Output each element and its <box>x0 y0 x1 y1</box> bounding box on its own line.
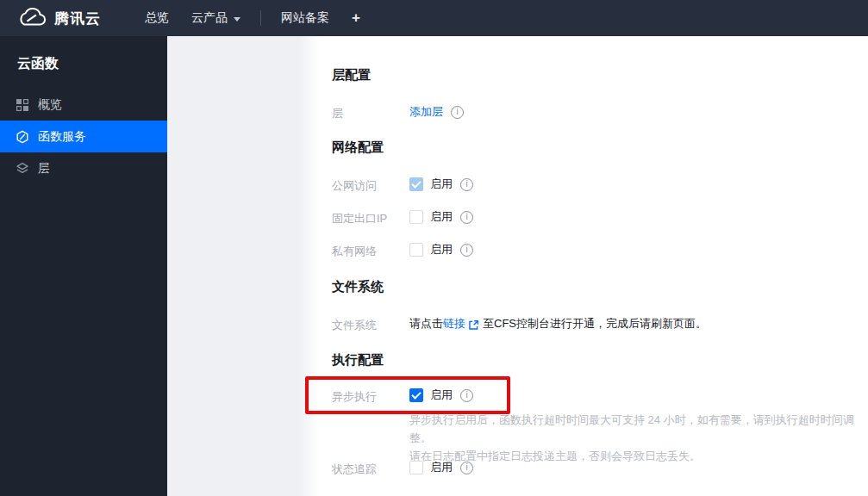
info-icon[interactable] <box>460 178 473 191</box>
enable-label: 启用 <box>430 460 453 475</box>
fixed-ip-label: 固定出口IP <box>332 211 387 226</box>
async-execution-checkbox[interactable] <box>409 388 423 402</box>
enable-label: 启用 <box>430 388 453 403</box>
function-icon <box>16 130 29 144</box>
public-access-value: 启用 <box>409 177 473 192</box>
vpc-checkbox[interactable] <box>409 243 423 257</box>
async-execution-label: 异步执行 <box>332 389 377 405</box>
nav-item-overview[interactable]: 总览 <box>134 0 180 36</box>
hint-line-2: 请在日志配置中指定日志投递主题，否则会导致日志丢失。 <box>409 447 868 465</box>
chevron-down-icon <box>234 17 240 22</box>
page: 腾讯云 总览 云产品 网站备案 + 云函数 <box>0 0 868 496</box>
nav-item-icp[interactable]: 网站备案 <box>270 0 340 36</box>
nav-item-products[interactable]: 云产品 <box>180 0 252 36</box>
nav-icp-label: 网站备案 <box>281 10 329 26</box>
grid-icon <box>16 98 29 112</box>
sidebar-item-label: 层 <box>38 161 50 177</box>
vpc-label: 私有网络 <box>332 244 377 259</box>
sidebar-item-layers[interactable]: 层 <box>0 152 167 184</box>
nav-overview-label: 总览 <box>145 10 169 26</box>
async-execution-hint: 异步执行启用后，函数执行超时时间最大可支持 24 小时，如有需要，请到执行超时时… <box>409 411 868 465</box>
async-execution-value: 启用 <box>409 388 473 403</box>
filesystem-text-before: 请点击 <box>409 316 443 332</box>
status-tracking-checkbox[interactable] <box>409 461 423 474</box>
info-icon[interactable] <box>460 211 473 224</box>
add-layer-link[interactable]: 添加层 <box>409 104 443 120</box>
secondary-panel <box>167 36 298 496</box>
enable-label: 启用 <box>430 177 453 192</box>
sidebar-item-label: 概览 <box>38 97 62 113</box>
filesystem-text-after: 至CFS控制台进行开通，完成后请刷新页面。 <box>483 316 707 332</box>
fixed-ip-checkbox[interactable] <box>409 210 423 224</box>
status-tracking-label: 状态追踪 <box>332 462 377 477</box>
filesystem-label: 文件系统 <box>332 318 377 333</box>
vpc-value: 启用 <box>409 242 473 257</box>
sidebar-item-function-service[interactable]: 函数服务 <box>0 121 167 152</box>
brand-name: 腾讯云 <box>54 9 101 28</box>
tencent-cloud-logo-icon <box>17 8 47 28</box>
info-icon[interactable] <box>460 389 473 402</box>
info-icon[interactable] <box>460 462 473 474</box>
section-heading-network: 网络配置 <box>332 140 384 156</box>
enable-label: 启用 <box>430 209 453 225</box>
filesystem-value: 请点击 链接 至CFS控制台进行开通，完成后请刷新页面。 <box>409 316 707 332</box>
layer-label: 层 <box>332 106 343 121</box>
public-access-label: 公网访问 <box>332 178 377 194</box>
brand-logo-link[interactable]: 腾讯云 <box>17 8 101 28</box>
public-access-checkbox <box>409 177 423 191</box>
enable-label: 启用 <box>430 242 453 257</box>
sidebar-title: 云函数 <box>0 36 167 89</box>
nav-separator <box>260 10 261 26</box>
plus-icon: + <box>352 9 360 27</box>
topbar: 腾讯云 总览 云产品 网站备案 + <box>0 0 868 36</box>
nav-add-tab-button[interactable]: + <box>340 0 372 36</box>
section-heading-layer: 层配置 <box>332 67 371 84</box>
topnav: 总览 云产品 网站备案 + <box>134 0 372 36</box>
fixed-ip-value: 启用 <box>409 209 473 225</box>
layers-icon <box>16 162 29 176</box>
layer-value: 添加层 <box>409 104 464 120</box>
info-icon[interactable] <box>451 106 464 119</box>
sidebar-item-overview[interactable]: 概览 <box>0 89 167 121</box>
sidebar-item-label: 函数服务 <box>38 129 86 145</box>
nav-products-label: 云产品 <box>191 10 228 26</box>
cfs-console-link[interactable]: 链接 <box>443 316 465 332</box>
sidebar: 云函数 概览 函数服务 <box>0 36 167 496</box>
section-heading-filesystem: 文件系统 <box>332 279 384 295</box>
external-link-icon <box>468 319 479 331</box>
section-heading-execution: 执行配置 <box>332 352 384 369</box>
hint-line-1: 异步执行启用后，函数执行超时时间最大可支持 24 小时，如有需要，请到执行超时时… <box>409 411 868 447</box>
status-tracking-value: 启用 <box>409 460 473 475</box>
info-icon[interactable] <box>460 244 473 257</box>
